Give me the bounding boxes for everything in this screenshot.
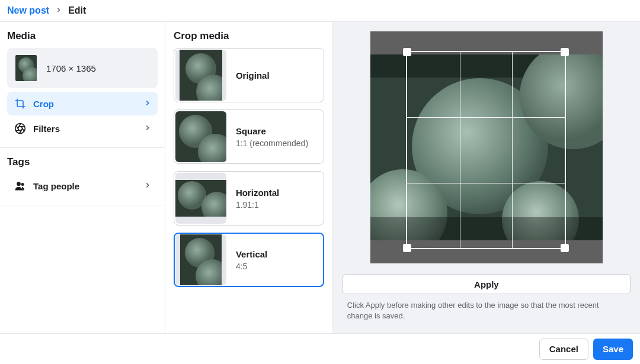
aperture-icon	[14, 123, 26, 134]
crop-options-panel: Crop media Original Square 1:1 (recommen…	[165, 22, 333, 333]
crop-option-sublabel: 1.91:1	[236, 200, 279, 210]
crop-option-label: Square	[236, 126, 308, 136]
sidebar-item-crop[interactable]: Crop	[7, 92, 158, 115]
sidebar-item-label: Tag people	[33, 181, 79, 191]
crop-icon	[14, 98, 26, 109]
tags-section-title: Tags	[7, 156, 158, 168]
preview-canvas[interactable]	[370, 31, 603, 263]
svg-point-8	[21, 183, 24, 186]
crop-option-sublabel: 1:1 (recommended)	[236, 138, 308, 148]
media-dimensions: 1706 × 1365	[46, 63, 96, 73]
divider	[0, 147, 165, 148]
media-section-title: Media	[7, 30, 158, 42]
preview-panel: Apply Click Apply before making other ed…	[333, 22, 640, 333]
chevron-right-icon	[143, 181, 152, 191]
cancel-button[interactable]: Cancel	[539, 339, 588, 360]
crop-option-label: Vertical	[236, 249, 267, 259]
crop-option-sublabel: 4:5	[236, 262, 267, 271]
apply-hint: Click Apply before making other edits to…	[347, 300, 626, 321]
gridline	[512, 52, 513, 248]
sidebar-item-label: Filters	[33, 124, 60, 134]
breadcrumb-current: Edit	[68, 5, 86, 16]
chevron-right-icon	[143, 124, 152, 134]
crop-thumb-original	[175, 50, 226, 101]
chevron-right-icon	[55, 5, 62, 16]
gridline	[460, 52, 460, 248]
crop-frame[interactable]	[406, 51, 566, 249]
crop-option-label: Original	[236, 70, 270, 80]
apply-button[interactable]: Apply	[343, 274, 631, 294]
media-item[interactable]: 1706 × 1365	[7, 48, 158, 88]
sidebar-item-filters[interactable]: Filters	[7, 117, 158, 140]
breadcrumb: New post Edit	[0, 0, 640, 22]
crop-handle-top-left[interactable]	[403, 48, 411, 56]
breadcrumb-parent-link[interactable]: New post	[7, 5, 49, 16]
crop-option-label: Horizontal	[236, 188, 279, 198]
crop-thumb-square	[175, 111, 226, 162]
crop-option-square[interactable]: Square 1:1 (recommended)	[174, 109, 324, 164]
crop-thumb-vertical	[175, 234, 226, 285]
crop-option-original[interactable]: Original	[174, 48, 324, 102]
crop-thumb-horizontal	[175, 173, 226, 224]
crop-handle-top-right[interactable]	[561, 48, 569, 56]
sidebar: Media 1706 × 1365 Crop Filters Tags	[0, 22, 165, 333]
crop-option-horizontal[interactable]: Horizontal 1.91:1	[174, 171, 324, 226]
chevron-right-icon	[143, 99, 152, 109]
sidebar-item-label: Crop	[33, 99, 54, 109]
svg-point-7	[17, 182, 21, 186]
gridline	[407, 183, 565, 183]
crop-handle-bottom-right[interactable]	[561, 244, 569, 252]
sidebar-item-tag-people[interactable]: Tag people	[7, 174, 158, 198]
crop-handle-bottom-left[interactable]	[403, 244, 411, 252]
footer: Cancel Save	[0, 333, 640, 364]
crop-media-title: Crop media	[174, 30, 324, 42]
media-thumbnail	[15, 55, 37, 81]
divider	[0, 205, 165, 205]
crop-option-vertical[interactable]: Vertical 4:5	[174, 233, 324, 287]
save-button[interactable]: Save	[593, 339, 633, 360]
gridline	[407, 117, 565, 118]
people-icon	[14, 180, 26, 192]
